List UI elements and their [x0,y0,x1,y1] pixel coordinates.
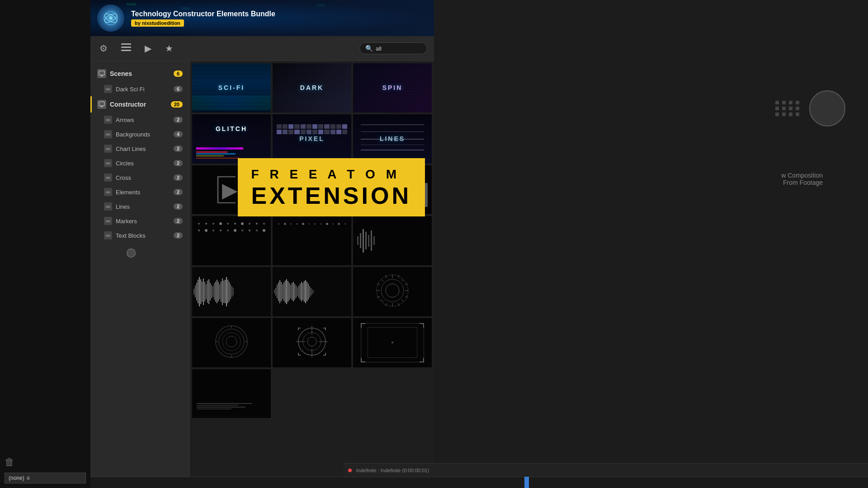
text-blocks-icon: AE [104,231,112,239]
backgrounds-label: Backgrounds [116,131,150,138]
svg-line-21 [381,300,383,302]
svg-rect-10 [100,106,103,107]
recording-indicator [348,469,352,472]
none-selector[interactable]: (none) ≡ [5,473,86,483]
chart-lines-label: Chart Lines [116,145,146,152]
cross-label: Cross [116,174,131,181]
sidebar-item-chart-lines[interactable]: AE Chart Lines 2 [90,141,189,156]
label-scifi: SCI-FI [218,84,245,91]
deco-dot-4 [796,101,799,104]
arrows-icon: AE [104,116,112,124]
grid-item-empty[interactable] [353,216,432,265]
grid-item-lines[interactable]: LINES [353,114,432,164]
label-dark: DARK [300,84,324,91]
mixer-icon[interactable]: ⚙ [97,41,110,56]
grid-item-dots1[interactable] [192,216,271,265]
sidebar-item-scenes[interactable]: Scenes 6 [90,66,189,82]
text-blocks-label: Text Blocks [116,232,146,239]
label-spin: SPIN [382,84,403,91]
scenes-badge: 6 [174,70,183,77]
lines-badge: 2 [174,203,183,210]
grid-item-dots2[interactable] [273,216,351,265]
content-area: Scenes 6 AE Dark Sci Fi 6 Constructor 20 [90,61,434,488]
backgrounds-icon: AE [104,130,112,138]
grid-area: SCI-FI DARK SPIN [190,61,434,488]
timeline-cursor[interactable] [524,477,529,488]
grid-item-audio1[interactable] [192,267,271,316]
label-pixel: PIXEL [299,135,324,142]
dark-sci-fi-label: Dark Sci Fi [116,86,145,93]
deco-dot-10 [782,113,786,116]
grid-item-pixel[interactable]: PIXEL [273,114,351,164]
svg-line-18 [381,279,383,282]
left-background [0,0,90,488]
sidebar-item-arrows[interactable]: AE Arrows 2 [90,113,189,127]
grid-item-circle1[interactable] [192,318,271,367]
markers-icon: AE [104,217,112,225]
free-atom-overlay: F R E E A T O M EXTENSION [238,158,425,216]
timeline-bar[interactable] [90,477,868,488]
toolbar: ⚙ ▶ ★ 🔍 [90,36,434,61]
author-tag: by nixstudioedition [131,19,184,27]
deco-dot-2 [782,101,786,104]
right-panel-text: w Composition From Footage [781,172,823,186]
header-title-block: Technology Constructor Elements Bundle b… [131,9,398,27]
list-icon[interactable] [119,41,133,56]
search-box[interactable]: 🔍 [359,42,427,54]
grid-item-text1[interactable] [192,369,271,418]
sidebar-item-backgrounds[interactable]: AE Backgrounds 4 [90,127,189,141]
grid-item-glitch[interactable]: GLITCH [192,114,271,164]
lines-icon: AE [104,202,112,211]
right-background [429,0,868,488]
svg-point-3 [109,16,113,20]
svg-rect-7 [99,71,104,75]
svg-line-20 [401,279,404,282]
play-icon[interactable]: ▶ [142,41,154,56]
label-glitch: GLITCH [216,125,247,132]
main-panel: 01001 11010 00101 10110 Technology Const… [90,0,434,488]
cross-badge: 2 [174,174,183,181]
sidebar-item-lines[interactable]: AE Lines 2 [90,199,189,214]
grid-item-target[interactable] [273,318,351,367]
star-icon[interactable]: ★ [163,41,175,56]
label-lines: LINES [380,135,405,142]
search-icon: 🔍 [365,45,373,52]
sidebar-item-elements[interactable]: AE Elements 2 [90,185,189,199]
grid-item-radial[interactable] [353,267,432,316]
scenes-label: Scenes [110,70,132,77]
constructor-badge: 20 [171,101,183,108]
deco-dot-9 [775,113,779,116]
circles-badge: 2 [174,160,183,166]
dark-sci-fi-badge: 6 [174,86,183,92]
lines-label: Lines [116,203,130,210]
constructor-icon [97,100,106,109]
grid-item-frame[interactable] [353,318,432,367]
time-display: Indefinite : Indefinite (0:00:00:01) [356,468,429,473]
chart-lines-badge: 2 [174,145,183,152]
search-input[interactable] [376,45,421,52]
arrows-label: Arrows [116,117,134,123]
grid-item-dark[interactable]: DARK [273,63,351,113]
deco-dot-11 [789,113,793,116]
text-blocks-badge: 2 [174,232,183,239]
sidebar-item-markers[interactable]: AE Markers 2 [90,214,189,228]
cart-button[interactable]: 🛒 [405,7,427,29]
bottom-left-panel: 🗑 (none) ≡ [0,452,90,488]
svg-rect-4 [121,43,131,45]
sidebar-item-text-blocks[interactable]: AE Text Blocks 2 [90,228,189,243]
svg-point-13 [386,284,399,297]
overlay-line1: F R E E A T O M [251,167,412,182]
footage-text: From Footage [781,179,823,186]
grid-item-audio2[interactable] [273,267,351,316]
sidebar-item-constructor[interactable]: Constructor 20 [90,96,189,113]
trash-icon[interactable]: 🗑 [5,456,86,468]
sidebar-item-cross[interactable]: AE Cross 2 [90,170,189,185]
svg-line-24 [377,284,380,285]
markers-badge: 2 [174,218,183,224]
svg-line-23 [398,275,399,278]
sidebar-item-circles[interactable]: AE Circles 2 [90,156,189,170]
grid-item-spin[interactable]: SPIN [353,63,432,113]
app-title: Technology Constructor Elements Bundle [131,9,398,18]
sidebar-item-dark-sci-fi[interactable]: AE Dark Sci Fi 6 [90,82,189,96]
grid-item-scifi[interactable]: SCI-FI [192,63,271,113]
